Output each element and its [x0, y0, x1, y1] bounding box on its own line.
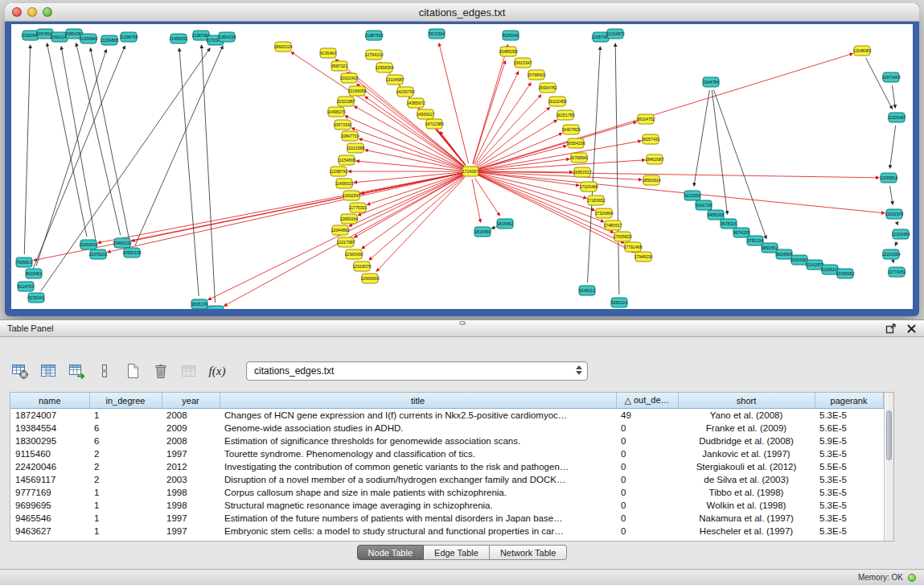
graph-node[interactable]: 10345062: [836, 269, 854, 278]
import-table-button[interactable]: [177, 359, 201, 383]
graph-edge[interactable]: [712, 90, 727, 214]
graph-edge[interactable]: [354, 175, 463, 237]
graph-node[interactable]: 9578316: [721, 219, 737, 229]
graph-node[interactable]: 9223056: [684, 191, 700, 200]
graph-edge[interactable]: [478, 173, 587, 198]
graph-node[interactable]: 9505139: [191, 299, 207, 309]
graph-edge[interactable]: [895, 241, 897, 245]
delete-table-button[interactable]: [149, 359, 173, 383]
graph-node[interactable]: 18402687: [645, 154, 663, 164]
graph-edge[interactable]: [439, 43, 469, 164]
graph-node[interactable]: 11775301: [349, 203, 368, 212]
graph-node[interactable]: 1815462: [497, 219, 513, 229]
graph-node[interactable]: 8239041: [28, 293, 44, 303]
graph-edge[interactable]: [29, 46, 125, 279]
table-panel-header[interactable]: Table Panel: [0, 320, 924, 337]
graph-node[interactable]: 12958364: [375, 63, 393, 72]
graph-node[interactable]: 11021588: [347, 143, 365, 153]
graph-node[interactable]: 14712385: [425, 119, 443, 129]
function-builder-button[interactable]: f(x): [205, 359, 229, 383]
window-titlebar[interactable]: citations_edges.txt: [5, 3, 919, 22]
graph-node[interactable]: 9245012: [579, 286, 595, 295]
graph-node[interactable]: 10498276: [326, 107, 345, 117]
graph-node[interactable]: 12305497: [887, 113, 906, 122]
graph-edge[interactable]: [890, 126, 896, 168]
table-row[interactable]: 946362711997Embryonic stem cells: a mode…: [10, 525, 883, 538]
graph-node[interactable]: 20490132: [113, 238, 131, 248]
tab-node-table[interactable]: Node Table: [357, 545, 424, 560]
graph-node[interactable]: 16407829: [561, 125, 580, 134]
column-header-name[interactable]: name: [10, 393, 89, 409]
table-source-select[interactable]: citations_edges.txt: [246, 361, 588, 381]
graph-node[interactable]: 15798421: [527, 70, 545, 80]
graph-node[interactable]: 16853317: [573, 167, 591, 177]
graph-edge[interactable]: [76, 43, 121, 236]
graph-node[interactable]: 12210354: [881, 249, 900, 259]
graph-edge[interactable]: [478, 172, 885, 213]
scrollbar-thumb[interactable]: [886, 410, 893, 460]
graph-node[interactable]: 11593814: [880, 173, 898, 183]
graph-node[interactable]: 8124753: [18, 282, 34, 291]
graph-node[interactable]: 22154873: [606, 29, 624, 39]
graph-node[interactable]: 17948236: [634, 252, 652, 262]
graph-node[interactable]: 16708941: [569, 153, 588, 163]
graph-node[interactable]: 18553914: [642, 175, 660, 185]
column-header-short[interactable]: short: [678, 393, 815, 409]
graph-node[interactable]: 12103454: [891, 229, 910, 239]
graph-node[interactable]: 14569117: [417, 109, 435, 119]
graph-node[interactable]: 18600124: [273, 42, 292, 51]
column-header-pagerank[interactable]: pagerank: [815, 393, 883, 409]
graph-edge[interactable]: [472, 179, 481, 222]
graph-node[interactable]: 10022415: [339, 73, 358, 83]
graph-node[interactable]: 21154808: [101, 35, 119, 45]
column-header-in_degree[interactable]: in_degree: [89, 393, 162, 409]
graph-node[interactable]: 1815450: [474, 227, 491, 237]
network-canvas[interactable]: 1724067913546095873211002241510196058103…: [11, 24, 913, 309]
graph-node[interactable]: 10673342: [333, 120, 351, 130]
graph-edge[interactable]: [98, 173, 462, 243]
graph-node[interactable]: 9674205: [733, 228, 749, 237]
graph-node[interactable]: 17635829: [613, 232, 631, 241]
graph-node[interactable]: 10196058: [347, 86, 366, 96]
graph-node[interactable]: 9587321: [331, 61, 347, 71]
graph-edge[interactable]: [202, 45, 216, 303]
graph-node[interactable]: 18104752: [636, 114, 655, 124]
graph-node[interactable]: 9782134: [747, 236, 763, 245]
graph-node[interactable]: 9350124: [611, 298, 627, 307]
graph-node[interactable]: 17792468: [623, 242, 642, 252]
graph-node[interactable]: 17025468: [579, 182, 598, 192]
graph-edge[interactable]: [179, 48, 199, 296]
graph-node[interactable]: 16251783: [556, 110, 574, 120]
graph-node[interactable]: 11548083: [853, 46, 872, 56]
graph-edge[interactable]: [47, 43, 87, 237]
graph-node[interactable]: 20260542: [79, 240, 97, 249]
graph-edge[interactable]: [478, 134, 562, 169]
graph-node[interactable]: 5572304: [429, 29, 445, 39]
graph-edge[interactable]: [897, 222, 897, 225]
graph-edge[interactable]: [615, 43, 619, 295]
graph-edge[interactable]: [36, 49, 106, 266]
graph-node[interactable]: 1724067: [462, 167, 478, 176]
graph-node[interactable]: 11298742: [330, 167, 348, 176]
graph-edge[interactable]: [376, 177, 465, 271]
graph-edge[interactable]: [694, 90, 709, 186]
graph-node[interactable]: 9612054: [207, 306, 224, 309]
tab-network-table[interactable]: Network Table: [490, 545, 568, 560]
graph-node[interactable]: 15934782: [538, 83, 556, 93]
graph-edge[interactable]: [135, 46, 223, 245]
graph-node[interactable]: 9456208: [708, 210, 724, 220]
graph-edge[interactable]: [351, 128, 462, 168]
table-settings-button[interactable]: [8, 359, 32, 383]
table-row[interactable]: 1456911722003Disruption of a novel membe…: [10, 473, 883, 486]
graph-node[interactable]: 11154808: [338, 155, 355, 165]
table-row[interactable]: 1830029562008Estimation of significance …: [10, 435, 883, 447]
graph-node[interactable]: 21298765: [119, 32, 138, 42]
graph-node[interactable]: 10973493: [881, 72, 900, 82]
graph-node[interactable]: 9341728: [696, 200, 712, 210]
graph-edge[interactable]: [349, 175, 463, 226]
graph-edge[interactable]: [892, 85, 895, 108]
graph-node[interactable]: 11602547: [343, 191, 361, 200]
graph-edge[interactable]: [108, 173, 463, 252]
table-row[interactable]: 2242004622012Investigating the contribut…: [10, 460, 883, 473]
graph-node[interactable]: 11456023: [335, 179, 354, 188]
